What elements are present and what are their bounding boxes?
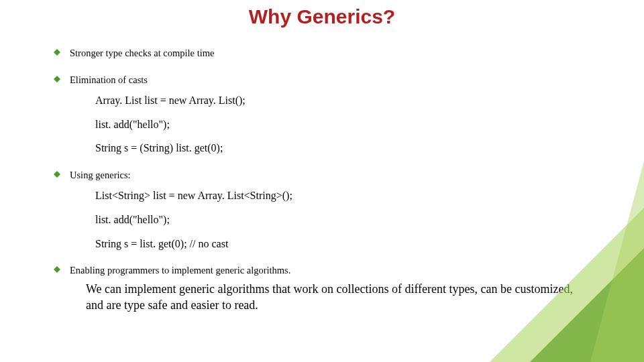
svg-marker-3 bbox=[54, 266, 60, 273]
bullet-text: Elimination of casts bbox=[70, 74, 148, 85]
code-line: String s = list. get(0); // no cast bbox=[95, 237, 590, 251]
code-block-with-generics: List<String> list = new Array. List<Stri… bbox=[95, 188, 590, 251]
code-line: String s = (String) list. get(0); bbox=[95, 141, 590, 156]
bullet-item-2: Elimination of casts Array. List list = … bbox=[54, 74, 590, 156]
bullet-list: Stronger type checks at compile time Eli… bbox=[54, 47, 590, 313]
closing-paragraph: We can implement generic algorithms that… bbox=[86, 282, 590, 314]
code-line: list. add("hello"); bbox=[95, 213, 590, 227]
bullet-item-3: Using generics: List<String> list = new … bbox=[54, 169, 590, 251]
bullet-item-1: Stronger type checks at compile time bbox=[54, 47, 590, 60]
bullet-text: Enabling programmers to implement generi… bbox=[70, 265, 290, 276]
bullet-text: Using generics: bbox=[70, 170, 131, 180]
bullet-item-4: Enabling programmers to implement generi… bbox=[54, 264, 590, 313]
page-title: Why Generics? bbox=[54, 5, 590, 28]
code-line: list. add("hello"); bbox=[95, 117, 590, 132]
bullet-text: Stronger type checks at compile time bbox=[70, 48, 214, 58]
svg-marker-0 bbox=[54, 49, 60, 56]
code-block-without-generics: Array. List list = new Array. List(); li… bbox=[95, 93, 590, 156]
svg-marker-6 bbox=[590, 161, 644, 362]
svg-marker-1 bbox=[54, 76, 60, 82]
bullet-diamond-icon bbox=[54, 49, 62, 57]
bullet-diamond-icon bbox=[54, 266, 62, 274]
slide: Why Generics? Stronger type checks at co… bbox=[0, 0, 644, 362]
code-line: Array. List list = new Array. List(); bbox=[95, 93, 590, 108]
bullet-diamond-icon bbox=[54, 171, 62, 179]
svg-marker-2 bbox=[54, 171, 60, 178]
code-line: List<String> list = new Array. List<Stri… bbox=[95, 188, 590, 203]
bullet-diamond-icon bbox=[54, 76, 62, 84]
